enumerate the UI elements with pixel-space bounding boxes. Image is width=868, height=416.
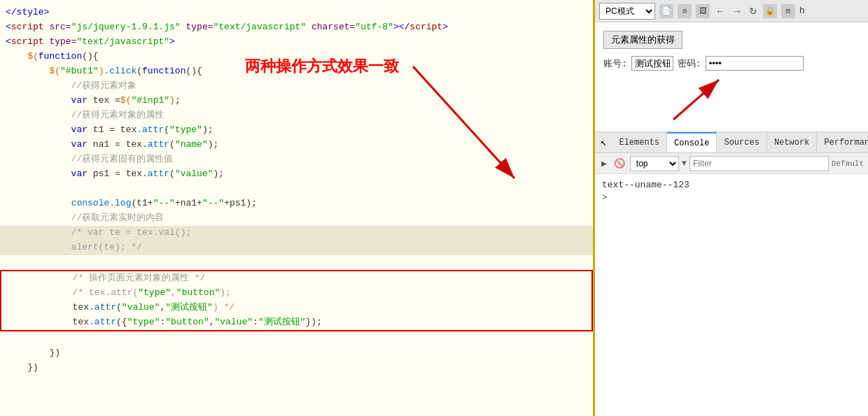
cursor-icon[interactable]: ↖ [595,134,612,151]
image-icon[interactable]: 🖼 [696,4,710,18]
code-line: /* var te = tex.val(); [0,226,593,241]
code-line: tex.attr({"type":"button","value":"测试按钮"… [0,315,593,331]
code-line: }) [0,361,593,375]
devtools-tabs: ↖ Elements Console Sources Network Perfo… [595,132,868,153]
code-line: alert(te); */ [0,241,593,255]
mode-select[interactable]: PC模式 手机模式 [599,3,655,20]
code-line: <script type="text/javascript" > [0,35,593,50]
code-area: </style> <script src="js/jquery-1.9.1.js… [0,0,593,381]
console-prompt[interactable]: > [602,192,861,203]
stop-icon[interactable]: 🚫 [612,157,627,170]
refresh-button[interactable]: ↻ [748,6,759,17]
password-label: 密码: [678,57,701,70]
console-output: text--uname--123 > [595,174,868,416]
tab-elements[interactable]: Elements [612,132,667,152]
svg-line-3 [673,80,719,120]
back-button[interactable]: ← [714,6,727,17]
code-line: //获得元素对象 [0,79,593,94]
code-line: var ps1 = tex.attr("value"); [0,167,593,182]
code-line: var na1 = tex.attr("name"); [0,138,593,152]
code-line: var t1 = tex.attr("type"); [0,123,593,138]
preview-arrow-area [603,74,860,123]
console-output-line: text--uname--123 [602,178,861,192]
password-input[interactable] [706,56,804,71]
tab-sources[interactable]: Sources [717,132,766,152]
lock-icon: 🔒 [763,4,777,18]
code-line: //获得元素对象的属性 [0,108,593,123]
code-line: var tex =$("#inp1"); [0,94,593,108]
code-line: </style> [0,6,593,20]
code-line: $("#but1").click(function(){ [0,64,593,79]
account-input[interactable] [631,56,673,71]
default-label: Default [832,159,864,168]
code-panel: </style> <script src="js/jquery-1.9.1.js… [0,0,595,416]
context-select[interactable]: top [630,156,679,171]
tab-network[interactable]: Network [767,132,817,152]
filter-input[interactable] [690,156,829,171]
tab-console[interactable]: Console [667,132,717,152]
code-line: /* tex.attr("type","button"); [0,286,593,301]
preview-area: 元素属性的获得 账号: 密码: [595,22,868,132]
play-icon[interactable]: ▶ [599,157,609,170]
dropdown-arrow[interactable]: ▼ [682,159,687,168]
forward-button[interactable]: → [731,6,743,17]
get-property-button[interactable]: 元素属性的获得 [603,31,682,49]
code-line: $(function(){ [0,50,593,64]
browser-h-label: h [799,6,805,16]
devtools-panel: ↖ Elements Console Sources Network Perfo… [595,132,868,416]
account-label: 账号: [603,57,627,70]
code-line: }) [0,346,593,361]
code-line [0,182,593,196]
code-line: <script src="js/jquery-1.9.1.js" type="t… [0,20,593,35]
settings-icon[interactable]: ⚙ [678,4,692,18]
code-line: //获得元素固有的属性值 [0,152,593,167]
preview-button-row: 元素属性的获得 [603,31,860,49]
grid-icon[interactable]: ⊞ [781,4,795,18]
code-line: tex.attr("value","测试按钮") */ [0,301,593,315]
tab-performance[interactable]: Performance [817,132,868,152]
code-line [0,255,593,270]
right-panel: PC模式 手机模式 📄 ⚙ 🖼 ← → ↻ 🔒 ⊞ h 元素属性的获得 账号: … [595,0,868,416]
browser-top-bar: PC模式 手机模式 📄 ⚙ 🖼 ← → ↻ 🔒 ⊞ h [595,0,868,22]
account-row: 账号: 密码: [603,56,860,71]
preview-arrow-svg [603,74,743,123]
code-line: //获取元素实时的内容 [0,211,593,226]
code-line: console.log(t1+"--"+na1+"--"+ps1); [0,196,593,211]
screenshot-icon[interactable]: 📄 [659,4,673,18]
devtools-toolbar: ▶ 🚫 top ▼ Default [595,153,868,174]
code-line: /* 操作页面元素对象的属性 */ [0,270,593,286]
code-line [0,331,593,346]
